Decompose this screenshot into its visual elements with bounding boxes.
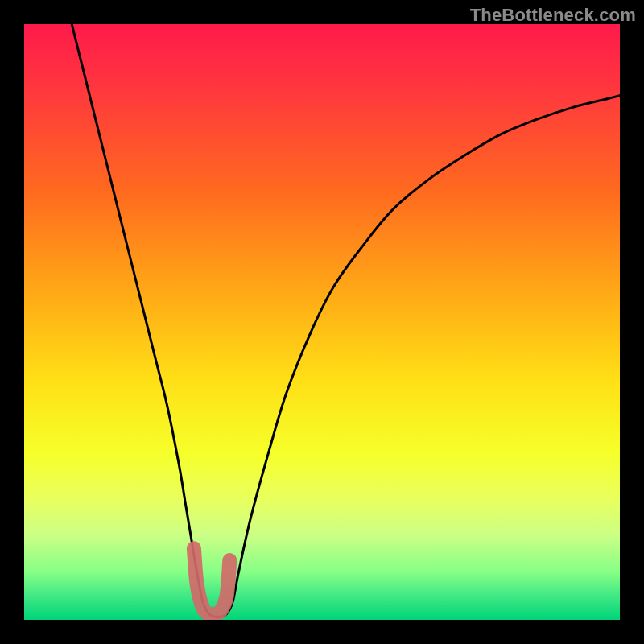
- chart-frame: TheBottleneck.com: [0, 0, 644, 644]
- plot-area: [24, 24, 620, 620]
- gradient-background: [24, 24, 620, 620]
- chart-canvas: [24, 24, 620, 620]
- watermark-label: TheBottleneck.com: [470, 5, 636, 26]
